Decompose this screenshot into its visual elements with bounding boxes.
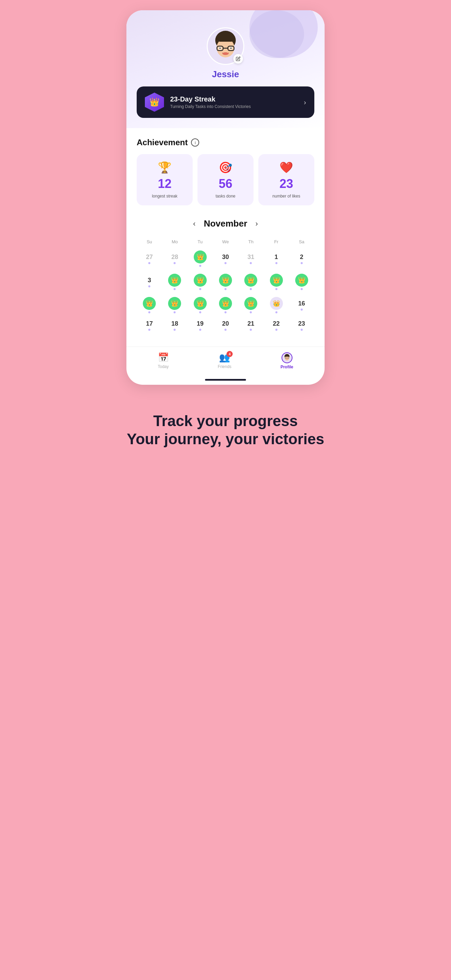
cal-cell-27[interactable]: 27 — [137, 249, 162, 270]
cal-dot — [173, 262, 176, 264]
cal-cell-31[interactable]: 31 — [238, 249, 264, 270]
cal-cell-20[interactable]: 20 — [213, 319, 238, 334]
cal-cell-12[interactable]: 👑 — [187, 296, 213, 316]
achievement-card-likes: ❤️ 23 number of likes — [258, 154, 314, 205]
achievement-cards: 🏆 12 longest streak 🎯 56 tasks done ❤️ 2… — [137, 154, 314, 205]
home-indicator — [205, 379, 246, 381]
tasks-done-number: 56 — [219, 177, 232, 191]
nav-profile-icon-wrap — [281, 352, 292, 363]
nav-friends-label: Friends — [218, 364, 231, 369]
cal-dot — [301, 309, 303, 310]
day-header-su: Su — [137, 237, 162, 247]
cal-dot — [250, 288, 252, 290]
cal-dot — [275, 288, 278, 290]
nav-profile[interactable]: Profile — [281, 352, 293, 369]
cal-cell-16[interactable]: 16 — [289, 296, 314, 316]
nav-today-label: Today — [158, 364, 169, 369]
cal-dot — [275, 262, 278, 264]
cal-cell-3[interactable]: 3 — [137, 272, 162, 293]
crown-icon: 👑 — [194, 274, 207, 287]
nav-avatar-image — [283, 354, 291, 361]
longest-streak-number: 12 — [158, 177, 172, 191]
cal-dot — [301, 288, 303, 290]
calendar-header: ‹ November › — [137, 218, 314, 229]
cal-cell-7[interactable]: 👑 — [238, 272, 264, 293]
cal-cell-4[interactable]: 👑 — [162, 272, 187, 293]
calendar-next-button[interactable]: › — [256, 220, 258, 228]
user-name: Jessie — [212, 69, 239, 80]
cal-cell-6[interactable]: 👑 — [213, 272, 238, 293]
calendar-month-label: November — [203, 218, 247, 229]
cal-cell-18[interactable]: 18 — [162, 319, 187, 334]
cal-cell-5[interactable]: 👑 — [187, 272, 213, 293]
cal-dot — [224, 311, 227, 313]
crown-icon: 👑 — [244, 274, 257, 287]
nav-friends-icon-wrap: 👥 4 — [219, 352, 230, 363]
cal-cell-2[interactable]: 2 — [289, 249, 314, 270]
cal-cell-8[interactable]: 👑 — [264, 272, 289, 293]
crown-icon: 👑 — [219, 297, 232, 310]
phone-card: Jessie 👑 23-Day Streak Turning Daily Tas… — [126, 10, 325, 385]
svg-point-10 — [222, 52, 229, 55]
crown-icon: 👑 — [168, 274, 181, 287]
likes-number: 23 — [279, 177, 293, 191]
cal-cell-30[interactable]: 30 — [213, 249, 238, 270]
cal-cell-1[interactable]: 1 — [264, 249, 289, 270]
achievement-section: Achievement i 🏆 12 longest streak 🎯 56 t… — [126, 128, 325, 215]
calendar-week-2: 3 👑 👑 👑 � — [137, 272, 314, 293]
edit-profile-icon[interactable] — [233, 54, 243, 64]
achievement-card-streak: 🏆 12 longest streak — [137, 154, 193, 205]
cal-cell-14[interactable]: 👑 — [238, 296, 264, 316]
achievement-title: Achievement — [137, 138, 187, 147]
cal-cell-17[interactable]: 17 — [137, 319, 162, 334]
cal-dot — [148, 329, 150, 331]
crown-icon: 👑 — [270, 274, 283, 287]
cal-dot — [250, 311, 252, 313]
cal-cell-10[interactable]: 👑 — [137, 296, 162, 316]
crown-icon: 👑 — [143, 297, 156, 310]
avatar-container — [207, 27, 244, 65]
marketing-section: Track your progress Your journey, your v… — [113, 385, 338, 462]
calendar-section: ‹ November › Su Mo Tu We Th Fr Sa — [126, 215, 325, 343]
crown-today-icon: 👑 — [270, 297, 283, 310]
cal-dot — [148, 311, 150, 313]
streak-subtitle: Turning Daily Tasks into Consistent Vict… — [170, 104, 298, 109]
cal-cell-21[interactable]: 21 — [238, 319, 264, 334]
bg-blob-2 — [249, 10, 304, 58]
cal-cell-23[interactable]: 23 — [289, 319, 314, 334]
day-header-sa: Sa — [289, 237, 314, 247]
svg-rect-13 — [284, 355, 289, 356]
heart-icon: ❤️ — [279, 161, 293, 174]
cal-cell-28[interactable]: 28 — [162, 249, 187, 270]
calendar-prev-button[interactable]: ‹ — [193, 220, 195, 228]
cal-dot — [250, 329, 252, 331]
nav-friends[interactable]: 👥 4 Friends — [218, 352, 231, 369]
cal-cell-22[interactable]: 22 — [264, 319, 289, 334]
trophy-icon: 🏆 — [158, 161, 172, 174]
cal-dot — [148, 262, 150, 264]
achievement-card-tasks: 🎯 56 tasks done — [197, 154, 254, 205]
crown-icon: 👑 — [194, 297, 207, 310]
tasks-done-label: tasks done — [216, 194, 235, 199]
cal-cell-15[interactable]: 👑 — [264, 296, 289, 316]
achievement-info-icon[interactable]: i — [191, 138, 199, 146]
cal-cell-13[interactable]: 👑 — [213, 296, 238, 316]
crown-icon: 👑 — [244, 297, 257, 310]
nav-today[interactable]: 📅 Today — [158, 352, 169, 369]
calendar-week-4: 17 18 19 20 — [137, 319, 314, 334]
crown-icon: 👑 — [168, 297, 181, 310]
cal-cell-29[interactable]: 👑 — [187, 249, 213, 270]
svg-rect-2 — [216, 34, 235, 42]
calendar-day-headers: Su Mo Tu We Th Fr Sa — [137, 237, 314, 247]
crown-icon: 👑 — [219, 274, 232, 287]
cal-dot — [250, 262, 252, 264]
cal-cell-11[interactable]: 👑 — [162, 296, 187, 316]
streak-title: 23-Day Streak — [170, 95, 298, 103]
streak-banner[interactable]: 👑 23-Day Streak Turning Daily Tasks into… — [137, 86, 314, 118]
cal-cell-19[interactable]: 19 — [187, 319, 213, 334]
calendar-week-3: 👑 👑 👑 👑 — [137, 296, 314, 316]
cal-dot — [199, 265, 201, 267]
calendar-week-1: 27 28 👑 30 — [137, 249, 314, 270]
day-header-mo: Mo — [162, 237, 187, 247]
cal-cell-9[interactable]: 👑 — [289, 272, 314, 293]
